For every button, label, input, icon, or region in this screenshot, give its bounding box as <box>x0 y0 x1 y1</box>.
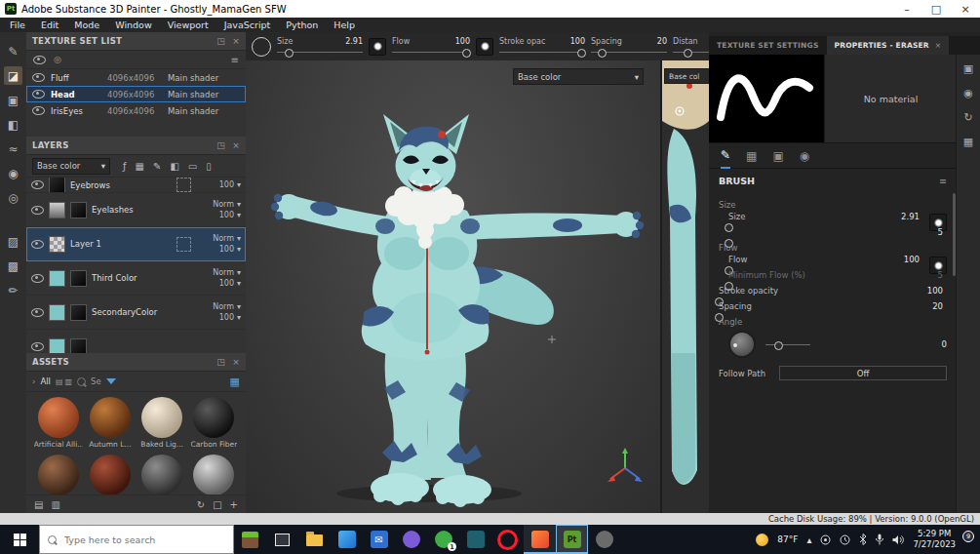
secondary-viewport[interactable]: Base col <box>660 60 711 513</box>
taskbar-app-substance-designer[interactable] <box>524 525 556 554</box>
texture-set-menu-icon[interactable]: ≡ <box>231 55 239 65</box>
layer-thumbnail[interactable] <box>49 236 65 253</box>
layer-row[interactable]: Eyelashes Norm▾ 100▾ <box>26 193 246 227</box>
target-filter-icon[interactable]: ◎ <box>54 55 61 64</box>
layer-row-partial[interactable] <box>26 330 246 353</box>
menu-mode[interactable]: Mode <box>66 20 107 30</box>
layer-opacity[interactable]: 100 <box>219 180 234 189</box>
asset-thumbnail[interactable] <box>90 455 131 495</box>
taskbar-app-mail[interactable]: ✉ <box>363 525 395 554</box>
asset-item[interactable]: Baked Lig... <box>137 397 186 449</box>
menu-window[interactable]: Window <box>107 20 159 30</box>
spacing-value[interactable]: 20 <box>657 37 667 46</box>
brush-presets-menu-icon[interactable]: ≡ <box>939 176 947 186</box>
layer-blend-mode[interactable]: Norm <box>213 268 234 277</box>
close-panel-icon[interactable]: × <box>232 140 240 150</box>
speaker-tray-icon[interactable] <box>892 534 904 545</box>
visibility-all-icon[interactable] <box>33 56 46 64</box>
smudge-tool-icon[interactable]: ≈ <box>4 139 22 158</box>
asset-thumbnail[interactable] <box>38 397 79 438</box>
maximize-button[interactable]: □ <box>921 0 951 18</box>
close-panel-icon[interactable]: × <box>232 357 240 367</box>
visibility-icon[interactable] <box>32 73 45 82</box>
tab-texture-set-settings[interactable]: TEXTURE SET SETTINGS <box>709 36 827 55</box>
tray-expand-chevron-icon[interactable]: ▴ <box>806 534 811 545</box>
float-panel-icon[interactable]: ◳ <box>216 357 225 367</box>
viewport-channel-dropdown[interactable]: Base color ▾ <box>513 68 644 85</box>
size-value[interactable]: 2.91 <box>901 212 920 221</box>
menu-help[interactable]: Help <box>326 20 363 30</box>
mask-slot[interactable] <box>176 178 191 192</box>
layer-row[interactable]: Third Color Norm▾ 100▾ <box>26 261 246 296</box>
layer-thumbnail[interactable] <box>49 270 65 287</box>
layer-row[interactable]: SecondaryColor Norm▾ 100▾ <box>26 296 246 330</box>
add-group-icon[interactable]: ▭ <box>186 161 199 172</box>
layer-row[interactable]: Eyebrows 100▾ <box>26 178 246 193</box>
detail-view-icon[interactable]: ▥ <box>65 377 73 386</box>
spacing-slider[interactable] <box>591 48 667 57</box>
clock-tray-icon[interactable] <box>840 534 850 545</box>
display-settings-icon[interactable]: ▣ <box>963 62 973 75</box>
channel-filter-dropdown[interactable]: Base color ▾ <box>32 158 110 175</box>
asset-thumbnail[interactable] <box>141 455 182 495</box>
min-size-slider-knob[interactable] <box>725 239 733 248</box>
stroke-opacity-value[interactable]: 100 <box>927 286 943 296</box>
mask-slot[interactable] <box>176 237 191 252</box>
visibility-icon[interactable] <box>32 106 45 115</box>
flow-pen-pressure-button[interactable] <box>476 38 493 56</box>
float-panel-icon[interactable]: ◳ <box>216 36 225 46</box>
follow-path-toggle[interactable]: Off <box>779 366 947 380</box>
tab-properties-eraser[interactable]: PROPERTIES - ERASER × <box>827 36 950 55</box>
distance-slider-knob[interactable] <box>684 49 692 58</box>
taskbar-app-messenger[interactable]: 1 <box>427 525 459 554</box>
layer-thumbnail[interactable] <box>49 338 65 354</box>
shelf-list-icon[interactable]: ▤ <box>34 499 43 510</box>
angle-dial[interactable] <box>728 331 756 358</box>
angle-slider-knob[interactable] <box>774 341 783 350</box>
asset-item[interactable] <box>86 455 135 495</box>
weather-temp[interactable]: 87°F <box>777 534 798 544</box>
layer-opacity[interactable]: 100 <box>219 313 234 322</box>
close-button[interactable]: × <box>951 0 980 18</box>
layer-visibility-icon[interactable] <box>31 206 44 215</box>
layer-opacity[interactable]: 100 <box>219 211 234 219</box>
refresh-shelf-icon[interactable]: ↻ <box>197 499 205 510</box>
flow-value[interactable]: 100 <box>904 255 920 264</box>
assets-search-text[interactable]: Se <box>91 376 101 386</box>
history-icon[interactable]: ↻ <box>963 111 972 124</box>
layer-opacity[interactable]: 100 <box>219 279 234 288</box>
taskbar-search[interactable] <box>39 525 234 554</box>
flow-slider-knob[interactable] <box>462 49 471 58</box>
taskbar-app-paint[interactable] <box>459 525 491 554</box>
layer-opacity[interactable]: 100 <box>219 245 234 254</box>
main-3d-viewport[interactable]: Base color ▾ <box>246 60 660 513</box>
layer-mask-thumbnail[interactable] <box>70 202 87 218</box>
layer-thumbnail[interactable] <box>49 178 65 193</box>
layer-thumbnail[interactable] <box>49 202 65 218</box>
layer-visibility-icon[interactable] <box>31 308 44 317</box>
taskbar-app-photos[interactable] <box>331 525 363 554</box>
spacing-slider-knob[interactable] <box>715 313 724 322</box>
grid-view-icon[interactable]: ▦ <box>230 376 240 388</box>
taskbar-app-opera[interactable] <box>491 525 524 554</box>
angle-slider[interactable] <box>765 340 810 349</box>
texture-set-row-selected[interactable]: Head 4096x4096 Main shader <box>26 86 246 102</box>
stroke-opacity-slider-knob[interactable] <box>577 49 586 58</box>
size-value[interactable]: 2.91 <box>345 37 363 46</box>
add-effect-icon[interactable]: ƒ <box>121 161 129 172</box>
layer-visibility-icon[interactable] <box>31 240 44 249</box>
frame-icon[interactable]: □ <box>213 499 221 510</box>
path-tool-icon[interactable]: ✏ <box>4 281 22 299</box>
layer-blend-mode[interactable]: Norm <box>213 234 234 243</box>
distance-slider[interactable] <box>673 48 714 57</box>
mask-tool-icon[interactable]: ▨ <box>4 232 22 251</box>
asset-item[interactable]: Autumn L... <box>86 397 135 449</box>
texture-set-row[interactable]: IrisEyes 4096x4096 Main shader <box>26 102 246 119</box>
clone-tool-icon[interactable]: ◉ <box>4 164 22 182</box>
asset-thumbnail[interactable] <box>141 397 182 438</box>
brush-settings-tab-icon[interactable]: ✎ <box>721 142 730 169</box>
import-resources-icon[interactable]: + <box>230 499 238 510</box>
menu-file[interactable]: File <box>2 20 33 30</box>
material-picker-tool-icon[interactable]: ◎ <box>4 188 22 207</box>
add-paint-layer-icon[interactable]: ✎ <box>151 161 163 172</box>
